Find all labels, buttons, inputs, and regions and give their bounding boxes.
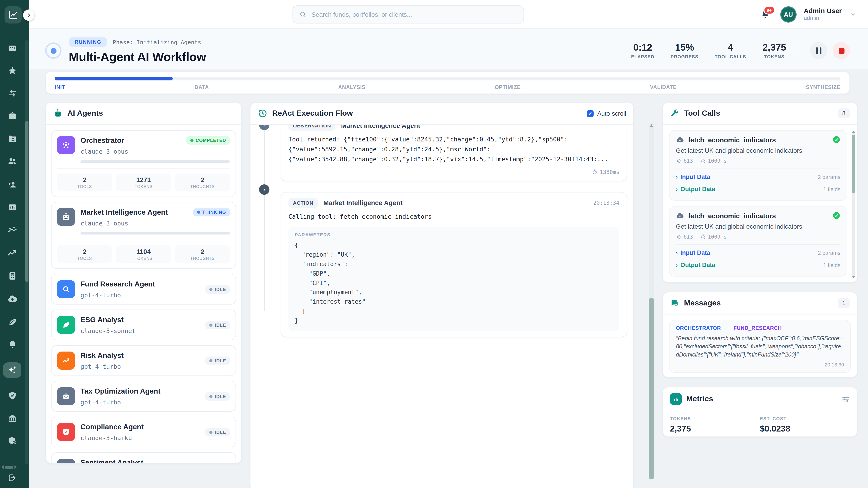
agent-status-badge: IDLE	[205, 285, 230, 293]
sidebar-item-trending-up-icon[interactable]	[7, 248, 17, 258]
sidebar-nav	[0, 43, 24, 446]
agent-card-risk-analyst[interactable]: Risk Analyst gpt-4-turbo IDLE	[51, 345, 236, 376]
flow-scroll-area[interactable]: OBSERVATION Market Intelligence Agent To…	[250, 125, 633, 488]
app-root: 9+ AU Admin User admin RUNNING	[0, 0, 868, 488]
sidebar-item-ai-sparkles-icon[interactable]	[3, 362, 21, 378]
columns: AI Agents Orchestrator claude-3-opus	[29, 102, 868, 488]
timer-icon	[592, 169, 597, 175]
agent-stat-thoughts: 2THOUGHTS	[175, 246, 230, 263]
agent-stat-tokens: 1104TOKENS	[116, 246, 171, 263]
sidebar-item-institution-bank-icon[interactable]	[7, 414, 17, 423]
sidebar-item-performance-sparkline-icon[interactable]	[7, 225, 17, 235]
scroll-up-arrow-icon[interactable]	[650, 124, 653, 127]
tool-duration: 1009ms	[708, 234, 727, 240]
sliders-settings-icon[interactable]	[841, 395, 850, 403]
user-block[interactable]: Admin User admin	[804, 7, 842, 22]
pause-button[interactable]	[810, 42, 827, 59]
hub-icon	[57, 136, 75, 154]
sidebar-item-compliance-shield-icon[interactable]	[7, 391, 17, 400]
logout-button[interactable]	[7, 473, 17, 483]
agent-model: claude-3-opus	[81, 220, 168, 227]
magnifier-icon	[57, 280, 75, 298]
agent-stat-tools: 2TOOLS	[57, 246, 112, 263]
agent-card-fund-research[interactable]: Fund Research Agent gpt-4-turbo IDLE	[51, 274, 236, 304]
agent-status-badge: COMPLETED	[186, 136, 230, 144]
agent-name: Compliance Agent	[81, 422, 144, 431]
sidebar-horizontal-scrollbar[interactable]	[1, 465, 24, 469]
scroll-left-arrow-icon[interactable]	[1, 465, 4, 469]
agent-card-sentiment[interactable]: Sentiment Analyst claude-3-sonnet IDLE	[51, 452, 236, 464]
input-data-row[interactable]: ›Input Data2 params	[676, 247, 840, 259]
tool-calls-scrollbar[interactable]	[852, 131, 855, 278]
flow-agent-name: Market Intelligence Agent	[323, 199, 402, 206]
checkbox-checked-icon[interactable]: ✓	[587, 110, 594, 117]
agent-card-esg-analyst[interactable]: ESG Analyst claude-3-sonnet IDLE	[51, 310, 236, 340]
sidebar-item-audit-shield-icon[interactable]	[7, 436, 17, 446]
scroll-down-arrow-icon[interactable]	[852, 276, 855, 278]
tool-calls-list[interactable]: fetch_economic_indicators Get latest UK …	[663, 125, 857, 283]
search-input[interactable]	[311, 10, 517, 19]
scroll-up-arrow-icon[interactable]	[852, 131, 855, 133]
pause-icon	[816, 47, 818, 54]
sidebar-item-user-add-icon[interactable]	[7, 180, 17, 189]
timeline-node-action	[259, 184, 270, 195]
stat-tokens: 2,375TOKENS	[763, 42, 786, 59]
sidebar-item-esg-leaf-icon[interactable]	[7, 317, 17, 327]
message-card: ORCHESTRATOR → FUND_RESEARCH "Begin fund…	[669, 320, 851, 373]
avatar[interactable]: AU	[780, 6, 797, 22]
notifications-button[interactable]: 9+	[761, 9, 770, 19]
parameters-label: PARAMETERS	[295, 232, 613, 237]
tool-calls-panel: Tool Calls 8 fetch_economic_indicators	[662, 102, 858, 283]
topbar-right: 9+ AU Admin User admin	[761, 6, 868, 22]
sidebar-item-report-chart-icon[interactable]	[7, 202, 17, 212]
sidebar-item-id-card-icon[interactable]	[7, 43, 17, 53]
agent-card-compliance[interactable]: Compliance Agent claude-3-haiku IDLE	[51, 417, 236, 447]
progress-fill	[55, 77, 173, 80]
message-recipient: FUND_RESEARCH	[734, 325, 782, 331]
input-data-row[interactable]: ›Input Data2 params	[676, 171, 840, 183]
output-data-row[interactable]: ›Output Data1 fields	[676, 259, 840, 271]
autoscroll-toggle[interactable]: ✓ Auto-scroll	[587, 110, 626, 117]
output-data-row[interactable]: ›Output Data1 fields	[676, 183, 840, 195]
metric-cost: EST. COST $0.0238	[760, 416, 850, 434]
agent-model: gpt-4-turbo	[81, 363, 124, 370]
sidebar-expand-button[interactable]	[23, 9, 34, 21]
agent-model: gpt-4-turbo	[81, 398, 160, 406]
sidebar-item-compare-arrows-icon[interactable]	[7, 89, 17, 98]
flow-agent-name: Market Intelligence Agent	[341, 125, 420, 129]
chevron-right-icon	[26, 12, 31, 18]
app-logo-line-chart-icon[interactable]	[4, 6, 22, 24]
status-dot	[190, 139, 193, 142]
agent-card-tax-optimization[interactable]: Tax Optimization Agent gpt-4-turbo IDLE	[51, 381, 236, 412]
right-column: Tool Calls 8 fetch_economic_indicators	[662, 102, 858, 437]
sidebar-vertical-scrollbar[interactable]	[25, 40, 29, 464]
agent-card-market-intelligence[interactable]: Market Intelligence Agent claude-3-opus …	[51, 202, 236, 269]
main-scrollbar-thumb[interactable]	[649, 297, 654, 480]
notification-count-badge: 9+	[764, 6, 775, 14]
phase-analysis: ANALYSIS	[338, 85, 366, 90]
agent-card-orchestrator[interactable]: Orchestrator claude-3-opus COMPLETED 2TO…	[51, 130, 236, 197]
scroll-right-arrow-icon[interactable]	[14, 465, 17, 469]
agent-name: Orchestrator	[81, 136, 128, 145]
main-scrollbar[interactable]	[649, 123, 654, 480]
content: RUNNING Phase: Initializing Agents Multi…	[29, 29, 868, 488]
chat-icon	[670, 298, 680, 308]
tool-calls-scrollbar-thumb[interactable]	[852, 135, 855, 193]
sidebar-item-cloud-upload-icon[interactable]	[7, 294, 18, 304]
global-search[interactable]	[292, 5, 524, 24]
stop-button[interactable]	[833, 42, 850, 59]
sidebar-item-users-icon[interactable]	[7, 156, 17, 166]
horizontal-scrollbar-thumb[interactable]	[5, 466, 13, 469]
sidebar-item-briefcase-icon[interactable]	[7, 111, 17, 121]
messages-panel: Messages 1 ORCHESTRATOR → FUND_RESEARCH …	[662, 292, 858, 378]
tool-tokens: 613	[684, 234, 693, 240]
sidebar-item-star-icon[interactable]	[7, 66, 17, 75]
sidebar-item-client-folder-icon[interactable]	[7, 134, 17, 143]
messages-title: Messages	[684, 299, 721, 308]
status-dot	[209, 359, 213, 362]
sidebar-item-calculator-icon[interactable]	[7, 271, 17, 281]
sidebar-item-alerts-bell-icon[interactable]	[7, 340, 17, 349]
stat-elapsed: 0:12ELAPSED	[631, 42, 654, 59]
sidebar-scrollbar-thumb[interactable]	[25, 121, 29, 282]
user-menu-chevron[interactable]	[850, 11, 856, 18]
